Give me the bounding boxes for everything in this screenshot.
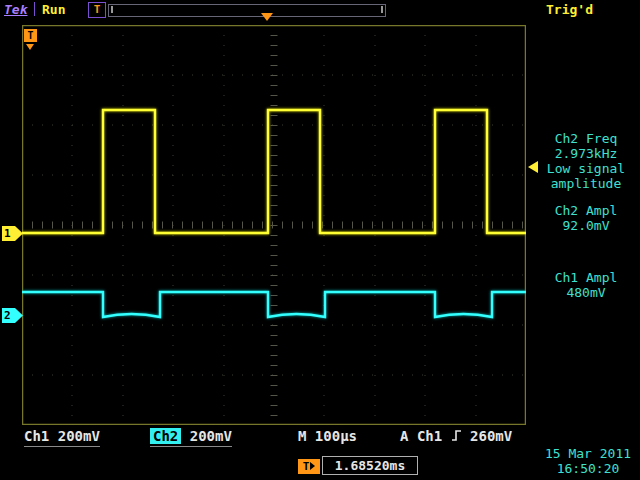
ch2-ground-marker: 2 — [2, 308, 23, 323]
trigger-source: Ch1 — [417, 428, 442, 444]
trigger-time-value: 1.68520ms — [322, 456, 418, 475]
record-view-bar — [108, 4, 386, 17]
trigger-marker-chip: T — [88, 2, 106, 18]
timebase-readout: M 100µs — [298, 428, 357, 444]
trigger-position-arrow-icon — [261, 13, 273, 21]
trigger-level: 260mV — [470, 428, 512, 444]
ch1-ground-marker: 1 — [2, 226, 23, 241]
measurement-label: Ch1 Ampl — [534, 270, 638, 285]
ch2-scale: 200mV — [190, 428, 232, 444]
rising-edge-icon — [451, 429, 462, 442]
oscilloscope-screen: Tek Run T Trig'd T 1 2 — [0, 0, 640, 480]
measurement-ch2-freq: Ch2 Freq 2.973kHz Low signal amplitude — [534, 131, 638, 191]
trigger-time-marker: T — [24, 29, 37, 42]
record-right-tick — [381, 6, 383, 13]
ch2-label-selected: Ch2 — [150, 428, 181, 444]
date-text: 15 Mar 2011 — [538, 446, 638, 461]
acquisition-status: Run — [42, 2, 65, 17]
measurement-value: 2.973kHz — [534, 146, 638, 161]
record-left-tick — [111, 6, 113, 13]
trigger-time-chip: T — [298, 459, 320, 474]
measurement-ch2-ampl: Ch2 Ampl 92.0mV — [534, 203, 638, 233]
measurement-value: 480mV — [534, 285, 638, 300]
ch1-scale-readout: Ch1 200mV — [24, 428, 100, 447]
trigger-mode: A — [400, 428, 408, 444]
trigger-time-arrow-icon — [26, 44, 34, 50]
measurement-value: 92.0mV — [534, 218, 638, 233]
graticule — [22, 25, 526, 425]
measurement-note: Low signal — [534, 161, 638, 176]
right-arrow-icon — [310, 462, 315, 470]
trigger-status: Trig'd — [546, 2, 593, 17]
measurement-label: Ch2 Freq — [534, 131, 638, 146]
trigger-readout: A Ch1 260mV — [400, 428, 512, 444]
measurement-note: amplitude — [534, 176, 638, 191]
ch2-scale-readout: Ch2 200mV — [150, 428, 232, 447]
datetime: 15 Mar 2011 16:50:20 — [538, 446, 638, 476]
time-text: 16:50:20 — [538, 461, 638, 476]
ch1-scale: 200mV — [58, 428, 100, 444]
ch1-trace — [22, 110, 526, 233]
ch1-label: Ch1 — [24, 428, 49, 444]
measurement-label: Ch2 Ampl — [534, 203, 638, 218]
brand-logo: Tek — [4, 2, 27, 17]
trigger-time-chip-label: T — [303, 460, 310, 473]
measurement-ch1-ampl: Ch1 Ampl 480mV — [534, 270, 638, 300]
header-divider — [34, 2, 35, 16]
